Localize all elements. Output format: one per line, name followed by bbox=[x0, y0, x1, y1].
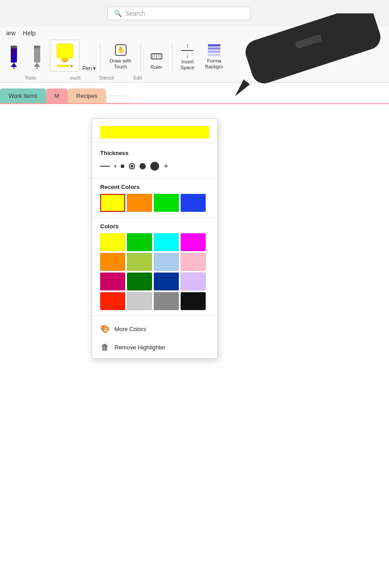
thickness-plus[interactable]: + bbox=[164, 162, 169, 170]
color-light-blue[interactable] bbox=[154, 253, 179, 271]
thickness-title: Thickness bbox=[100, 150, 209, 156]
svg-marker-6 bbox=[36, 67, 38, 69]
ruler-icon bbox=[150, 48, 163, 64]
pen-dropdown[interactable]: Pen ▾ bbox=[82, 65, 96, 71]
color-crimson[interactable] bbox=[100, 273, 125, 290]
thickness-dot-1[interactable] bbox=[114, 165, 116, 167]
tools-group-label: Tools bbox=[4, 75, 57, 80]
tab-recipes[interactable]: Recipes bbox=[68, 88, 106, 103]
ribbon-tools-row: ▾ Pen ▾ ✋ Draw withTouch bbox=[0, 39, 389, 75]
highlighter-dropdown-popup: Thickness + Recent Colors Colors bbox=[92, 118, 218, 359]
recent-color-yellow[interactable] bbox=[100, 194, 125, 212]
group-separator-2 bbox=[140, 43, 141, 71]
highlighter-dropdown-arrow[interactable]: ▾ bbox=[71, 63, 73, 68]
color-dark-green[interactable] bbox=[127, 273, 152, 290]
svg-rect-9 bbox=[61, 58, 68, 61]
draw-touch-label: Draw withTouch bbox=[110, 58, 131, 70]
color-yellow-green[interactable] bbox=[127, 253, 152, 271]
thickness-options: + bbox=[100, 160, 209, 172]
tab-m[interactable]: M bbox=[46, 88, 68, 103]
divider-3 bbox=[92, 217, 217, 218]
divider-4 bbox=[92, 315, 217, 316]
more-colors-label: More Colors bbox=[114, 326, 146, 332]
edit-group-label: Edit bbox=[120, 75, 156, 80]
color-magenta[interactable] bbox=[181, 233, 206, 251]
color-preview-bar bbox=[100, 126, 209, 139]
colors-title: Colors bbox=[100, 223, 209, 230]
touch-group-label: ouch bbox=[57, 75, 93, 80]
thickness-dot-selected[interactable] bbox=[129, 163, 135, 169]
svg-marker-10 bbox=[61, 61, 68, 63]
color-lavender[interactable] bbox=[181, 273, 206, 290]
recent-colors-title: Recent Colors bbox=[100, 184, 209, 190]
tab-blank[interactable] bbox=[106, 95, 128, 103]
top-bar: 🔍 Search bbox=[0, 0, 389, 27]
gray-pen-icon bbox=[30, 45, 44, 70]
menu-item-help[interactable]: Help bbox=[20, 28, 38, 38]
color-yellow[interactable] bbox=[100, 233, 125, 251]
recent-color-green[interactable] bbox=[154, 194, 179, 212]
format-background-btn[interactable]: FormaBackgro bbox=[201, 40, 228, 71]
tab-work-items[interactable]: Work items bbox=[0, 88, 46, 103]
highlighter-tool-container: ▾ bbox=[50, 40, 80, 71]
divider-2 bbox=[92, 178, 217, 178]
thickness-dot-4[interactable] bbox=[150, 162, 159, 171]
menu-item-view[interactable]: iew bbox=[4, 28, 18, 38]
recent-colors-section: Recent Colors bbox=[92, 182, 217, 214]
galaxy-pen-icon bbox=[7, 45, 21, 70]
tabs-row: Work items M Recipes bbox=[0, 83, 389, 104]
color-gray[interactable] bbox=[154, 292, 179, 310]
color-black[interactable] bbox=[181, 292, 206, 310]
svg-rect-7 bbox=[34, 46, 40, 48]
divider-1 bbox=[92, 142, 217, 143]
highlighter-icon bbox=[55, 43, 75, 63]
search-placeholder: Search bbox=[125, 10, 145, 17]
remove-highlighter-btn[interactable]: 🗑 Remove Highlighter bbox=[92, 338, 217, 357]
group-separator-1 bbox=[100, 43, 101, 71]
thickness-section: Thickness + bbox=[92, 146, 217, 174]
ribbon-group-labels: Tools ouch Stencil Edit bbox=[0, 75, 389, 82]
more-colors-icon: 🎨 bbox=[100, 324, 110, 334]
ruler-svg bbox=[150, 50, 163, 63]
colors-section: Colors bbox=[92, 221, 217, 312]
recent-colors-grid bbox=[100, 194, 209, 212]
ruler-btn[interactable]: Ruler bbox=[145, 46, 168, 71]
format-bg-icon bbox=[208, 42, 220, 58]
recent-color-orange[interactable] bbox=[127, 194, 152, 212]
svg-marker-2 bbox=[13, 67, 15, 69]
color-red[interactable] bbox=[100, 292, 125, 310]
ribbon: iew Help bbox=[0, 27, 389, 83]
remove-highlighter-icon: 🗑 bbox=[100, 343, 110, 352]
pen-label: Pen bbox=[82, 65, 92, 71]
insert-space-icon: ↑ ↓ bbox=[181, 42, 194, 59]
svg-marker-1 bbox=[11, 63, 17, 67]
svg-rect-8 bbox=[57, 44, 73, 58]
search-icon: 🔍 bbox=[114, 10, 122, 17]
recent-color-blue[interactable] bbox=[181, 194, 206, 212]
more-colors-btn[interactable]: 🎨 More Colors bbox=[92, 319, 217, 338]
search-box[interactable]: 🔍 Search bbox=[107, 7, 250, 20]
thickness-dot-3[interactable] bbox=[140, 163, 146, 169]
svg-rect-3 bbox=[11, 46, 17, 48]
thickness-line[interactable] bbox=[100, 166, 110, 167]
svg-text:✋: ✋ bbox=[117, 46, 125, 54]
insert-space-label: InsertSpace bbox=[181, 59, 194, 71]
color-light-gray[interactable] bbox=[127, 292, 152, 310]
thickness-dot-2[interactable] bbox=[121, 164, 124, 168]
touch-icon: ✋ bbox=[114, 44, 127, 56]
color-dark-blue[interactable] bbox=[154, 273, 179, 290]
insert-space-btn[interactable]: ↑ ↓ InsertSpace bbox=[177, 41, 198, 71]
highlighter-tool[interactable]: ▾ bbox=[50, 40, 80, 71]
stencil-group-label: Stencil bbox=[93, 75, 120, 80]
remove-highlighter-label: Remove Highlighter bbox=[114, 344, 165, 351]
pen-dropdown-arrow[interactable]: ▾ bbox=[93, 65, 96, 71]
galaxy-pen-tool[interactable] bbox=[4, 43, 24, 71]
color-light-pink[interactable] bbox=[181, 253, 206, 271]
draw-with-touch-btn[interactable]: ✋ Draw withTouch bbox=[105, 40, 135, 71]
color-cyan[interactable] bbox=[154, 233, 179, 251]
colors-grid bbox=[100, 233, 209, 310]
gray-pen-tool[interactable] bbox=[27, 43, 47, 71]
color-orange[interactable] bbox=[100, 253, 125, 271]
color-lime[interactable] bbox=[127, 233, 152, 251]
ribbon-menu-row: iew Help bbox=[0, 27, 389, 39]
